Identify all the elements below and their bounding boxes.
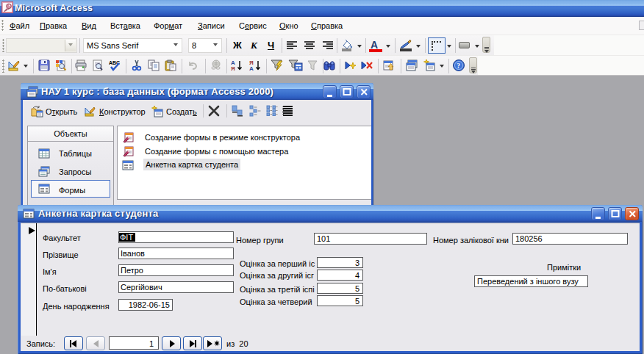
svg-text:?: ?: [457, 62, 460, 70]
svg-text:Я: Я: [231, 65, 235, 71]
svg-text:А: А: [249, 65, 254, 71]
